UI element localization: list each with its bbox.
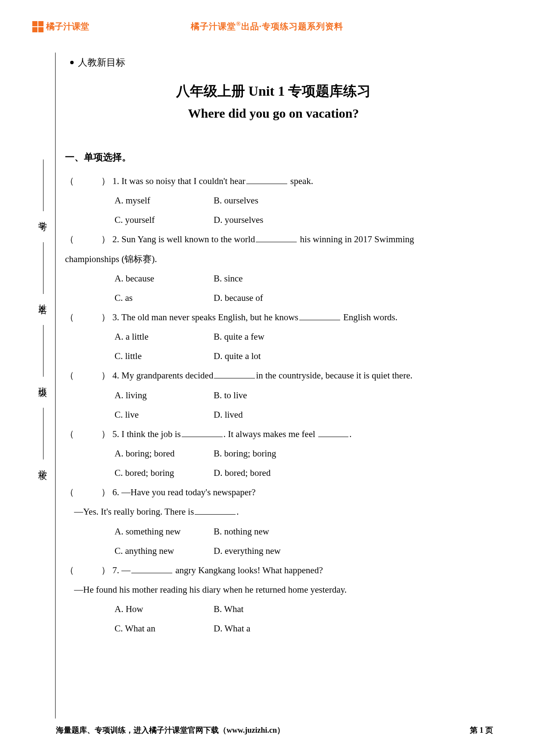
- opt-d: D. What a: [214, 619, 343, 638]
- left-margin-rule: [55, 53, 56, 719]
- side-labels: 学号 ： 姓名 ： 班级 ： 学校 ：: [34, 159, 52, 490]
- opt-b: B. since: [214, 269, 343, 288]
- curriculum-line: 人教新目标: [70, 56, 484, 69]
- question-2-options: A. because B. since C. as D. because of: [115, 269, 484, 308]
- side-label-xuehao: 学号 ：: [34, 159, 52, 229]
- section-1-heading: 一、单项选择。: [65, 151, 484, 164]
- question-6-options: A. something new B. nothing new C. anyth…: [115, 522, 484, 561]
- question-7-options: A. How B. What C. What an D. What a: [115, 600, 484, 638]
- footer-left: 海量题库、专项训练，进入橘子汁课堂官网下载（www.juzizhi.cn）: [56, 725, 285, 735]
- question-4-options: A. living B. to live C. live D. lived: [115, 386, 484, 425]
- side-label-xuexiao: 学校 ：: [34, 408, 52, 478]
- opt-c: C. anything new: [115, 541, 214, 561]
- title-en: Where did you go on vacation?: [62, 106, 484, 121]
- title-block: 八年级上册 Unit 1 专项题库练习 Where did you go on …: [62, 82, 484, 121]
- question-1-options: A. myself B. ourselves C. yourself D. yo…: [115, 191, 484, 230]
- opt-a: A. living: [115, 386, 214, 405]
- opt-d: D. everything new: [214, 541, 343, 561]
- opt-a: A. something new: [115, 522, 214, 541]
- question-3: （ ）3. The old man never speaks English, …: [65, 308, 484, 366]
- side-label-banji: 班级 ：: [34, 325, 52, 395]
- question-7: （ ）7. — angry Kangkang looks! What happe…: [65, 561, 484, 639]
- title-cn: 八年级上册 Unit 1 专项题库练习: [62, 82, 484, 101]
- question-5-options: A. boring; bored B. boring; boring C. bo…: [115, 444, 484, 483]
- bullet-icon: [70, 61, 74, 64]
- question-4: （ ）4. My grandparents decidedin the coun…: [65, 366, 484, 424]
- page-footer: 海量题库、专项训练，进入橘子汁课堂官网下载（www.juzizhi.cn） 第 …: [56, 725, 493, 735]
- opt-b: B. quite a few: [214, 327, 343, 347]
- opt-b: B. ourselves: [214, 191, 343, 210]
- opt-a: A. myself: [115, 191, 214, 210]
- opt-c: C. What an: [115, 619, 214, 638]
- opt-a: A. How: [115, 600, 214, 619]
- opt-b: B. What: [214, 600, 343, 619]
- opt-c: C. as: [115, 288, 214, 308]
- curriculum-text: 人教新目标: [78, 56, 125, 69]
- question-5: （ ）5. I think the job is. It always make…: [65, 425, 484, 483]
- opt-d: D. quite a lot: [214, 347, 343, 366]
- opt-d: D. bored; bored: [214, 463, 343, 483]
- opt-c: C. little: [115, 347, 214, 366]
- opt-d: D. yourselves: [214, 210, 343, 230]
- page-header: 橘子汁课堂 橘子汁课堂®出品·专项练习题系列资料: [32, 21, 502, 32]
- question-1: （ ）1. It was so noisy that I couldn't he…: [65, 172, 484, 230]
- opt-a: A. because: [115, 269, 214, 288]
- opt-c: C. bored; boring: [115, 463, 214, 483]
- opt-c: C. yourself: [115, 210, 214, 230]
- opt-a: A. a little: [115, 327, 214, 347]
- opt-d: D. because of: [214, 288, 343, 308]
- side-label-xingming: 姓名 ：: [34, 242, 52, 312]
- header-center-text: 橘子汁课堂®出品·专项练习题系列资料: [32, 21, 502, 32]
- opt-a: A. boring; bored: [115, 444, 214, 463]
- opt-c: C. live: [115, 405, 214, 425]
- question-3-options: A. a little B. quite a few C. little D. …: [115, 327, 484, 366]
- opt-b: B. boring; boring: [214, 444, 343, 463]
- footer-right: 第 1 页: [470, 725, 493, 735]
- page-body: 人教新目标 八年级上册 Unit 1 专项题库练习 Where did you …: [62, 52, 484, 638]
- question-6: （ ）6. —Have you read today's newspaper? …: [65, 483, 484, 561]
- opt-d: D. lived: [214, 405, 343, 425]
- question-2: （ ）2. Sun Yang is well known to the worl…: [65, 230, 484, 308]
- opt-b: B. nothing new: [214, 522, 343, 541]
- opt-b: B. to live: [214, 386, 343, 405]
